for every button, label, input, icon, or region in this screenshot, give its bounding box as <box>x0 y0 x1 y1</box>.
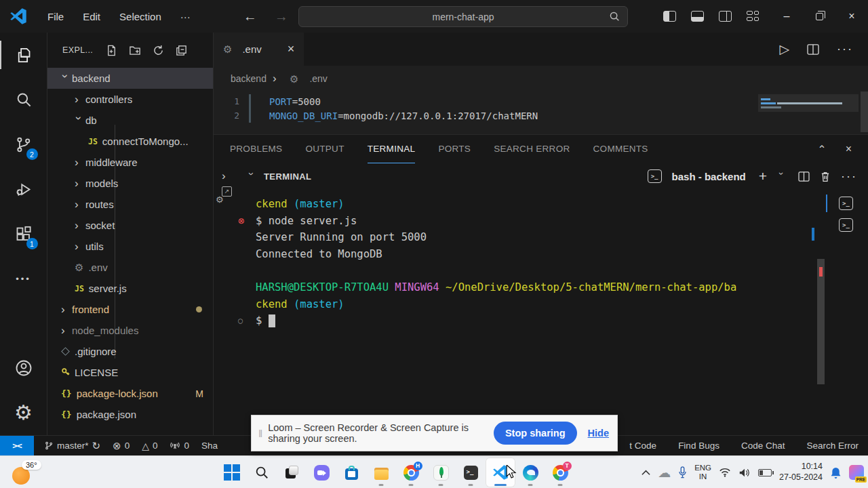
tree-item-db[interactable]: ›db <box>47 110 213 131</box>
close-button[interactable]: × <box>835 0 868 33</box>
explorer-icon[interactable] <box>0 33 47 77</box>
tree-item-license[interactable]: LICENSE <box>47 362 213 383</box>
nav-back-icon[interactable]: ← <box>243 9 257 24</box>
taskbar-mongodb-compass-icon[interactable] <box>426 458 456 487</box>
toggle-secondary-sidebar-icon[interactable] <box>719 11 732 22</box>
taskbar-chrome-profile-t-icon[interactable]: T <box>545 458 575 487</box>
minimize-button[interactable]: – <box>770 0 803 33</box>
taskbar-search-icon[interactable] <box>247 458 277 487</box>
toggle-sidebar-icon[interactable] <box>663 11 676 22</box>
tab-env[interactable]: ⚙ .env × <box>214 33 304 66</box>
status-action-t-code[interactable]: t Code <box>629 441 656 451</box>
status-warnings[interactable]: △0 <box>136 436 163 455</box>
language-indicator[interactable]: ENGIN <box>694 464 711 481</box>
tree-item-package-lock-json[interactable]: {}package-lock.jsonM <box>47 383 213 404</box>
status-errors[interactable]: ⊗0 <box>106 436 136 455</box>
taskbar-terminal-icon[interactable]: >_ <box>456 458 486 487</box>
breadcrumb[interactable]: backend › ⚙ .env <box>214 66 868 92</box>
tree-item--env[interactable]: ⚙.env <box>47 257 213 278</box>
terminal-tab-1[interactable]: >_ <box>825 192 868 214</box>
terminal-scrollbar[interactable] <box>811 189 825 435</box>
panel-tab-output[interactable]: OUTPUT <box>305 135 344 163</box>
command-center-search[interactable]: mern-chat-app <box>298 6 628 27</box>
status-share-fragment[interactable]: Sha <box>195 436 224 455</box>
status-action-search-error[interactable]: Search Error <box>806 441 859 451</box>
status-action-code-chat[interactable]: Code Chat <box>741 441 785 451</box>
editor-scrollbar[interactable] <box>861 92 868 132</box>
additional-views-icon[interactable]: ••• <box>0 256 47 301</box>
microphone-icon[interactable] <box>678 466 687 479</box>
accounts-icon[interactable] <box>0 346 47 390</box>
menu-item[interactable]: ··· <box>171 7 200 26</box>
battery-icon[interactable] <box>758 469 772 476</box>
taskbar-store-icon[interactable] <box>336 458 366 487</box>
search-view-icon[interactable] <box>0 77 47 122</box>
taskbar-chrome-profile-h-icon[interactable]: H <box>396 458 426 487</box>
menu-item[interactable]: File <box>38 7 73 26</box>
taskbar-file-explorer-icon[interactable] <box>366 458 396 487</box>
code-editor[interactable]: 1PORT=50002MONGO_DB_URI=mongodb://127.0.… <box>214 92 868 134</box>
tab-close-icon[interactable]: × <box>288 42 295 56</box>
terminal-scroll-thumb[interactable] <box>817 259 825 384</box>
taskbar-task-view-icon[interactable] <box>277 458 307 487</box>
taskbar-start-icon[interactable] <box>217 458 247 487</box>
tree-item-socket[interactable]: ›socket <box>47 215 213 236</box>
run-debug-icon[interactable] <box>0 167 47 211</box>
shell-label[interactable]: bash - backend <box>672 171 746 182</box>
refresh-icon[interactable] <box>152 44 165 57</box>
status-action-find-bugs[interactable]: Find Bugs <box>678 441 719 451</box>
tree-item-frontend[interactable]: ›frontend <box>47 299 213 320</box>
split-terminal-icon[interactable] <box>798 171 810 182</box>
split-editor-icon[interactable] <box>807 44 819 55</box>
new-terminal-icon[interactable]: + <box>759 168 767 184</box>
tree-item-package-json[interactable]: {}package.json <box>47 404 213 425</box>
status-radio[interactable]: 0 <box>163 436 195 455</box>
minimap[interactable] <box>758 94 859 132</box>
tree-item-backend[interactable]: ›backend <box>47 68 213 89</box>
terminal-section-chevron-icon[interactable]: › <box>246 172 258 183</box>
panel-tab-ports[interactable]: PORTS <box>438 135 471 163</box>
tree-item-routes[interactable]: ›routes <box>47 194 213 215</box>
terminal-body[interactable]: ckend (master)⊗$ node server.jsServer Ru… <box>214 189 868 435</box>
menu-item[interactable]: Edit <box>73 7 110 26</box>
collapse-folders-icon[interactable] <box>175 44 188 57</box>
new-file-icon[interactable] <box>105 44 118 57</box>
restore-button[interactable] <box>803 0 835 33</box>
tree-item-server-js[interactable]: JSserver.js <box>47 278 213 299</box>
volume-icon[interactable] <box>738 468 751 478</box>
terminal-more-actions-icon[interactable]: ··· <box>841 169 857 184</box>
menu-item[interactable]: Selection <box>110 7 171 26</box>
tree-item-connecttomongo-[interactable]: JSconnectToMongo... <box>47 131 213 152</box>
clock[interactable]: 10:1427-05-2024 <box>779 462 823 483</box>
taskbar-edge-icon[interactable] <box>515 458 545 487</box>
hide-link[interactable]: Hide <box>588 428 609 439</box>
panel-chevron-icon[interactable]: › <box>222 169 233 183</box>
panel-maximize-icon[interactable]: ⌃ <box>817 143 826 156</box>
tree-item-node-modules[interactable]: ›node_modules <box>47 320 213 341</box>
notification-bell-icon[interactable] <box>830 466 842 479</box>
panel-close-icon[interactable]: × <box>846 143 852 155</box>
taskbar-chat-icon[interactable] <box>307 458 336 487</box>
editor-more-actions-icon[interactable]: ··· <box>837 42 853 56</box>
settings-gear-icon[interactable]: ⚙ <box>0 390 47 435</box>
panel-tab-terminal[interactable]: TERMINAL <box>368 135 416 163</box>
breadcrumb-file[interactable]: .env <box>309 73 327 84</box>
remote-indicator[interactable]: >< <box>0 436 34 455</box>
terminal-tab-2[interactable]: >_ <box>825 214 868 236</box>
tree-item-controllers[interactable]: ›controllers <box>47 89 213 110</box>
extensions-icon[interactable]: 1 <box>0 211 47 256</box>
weather-widget[interactable]: 36° <box>7 459 54 486</box>
tray-chevron-icon[interactable] <box>642 470 650 476</box>
terminal-profile-chevron-icon[interactable]: › <box>776 172 787 183</box>
copilot-icon[interactable]: PRE <box>849 465 864 480</box>
tree-item-models[interactable]: ›models <box>47 173 213 194</box>
kill-terminal-icon[interactable] <box>820 171 831 182</box>
status-branch[interactable]: master*↻ <box>38 436 106 455</box>
tree-item-middleware[interactable]: ›middleware <box>47 152 213 173</box>
tree-item--gitignore[interactable]: .gitignore <box>47 341 213 362</box>
tree-item-utils[interactable]: ›utils <box>47 236 213 257</box>
onedrive-icon[interactable]: ☁ <box>658 466 671 479</box>
customize-layout-icon[interactable] <box>747 11 760 22</box>
stop-sharing-button[interactable]: Stop sharing <box>494 422 577 445</box>
panel-tab-problems[interactable]: PROBLEMS <box>230 135 282 163</box>
